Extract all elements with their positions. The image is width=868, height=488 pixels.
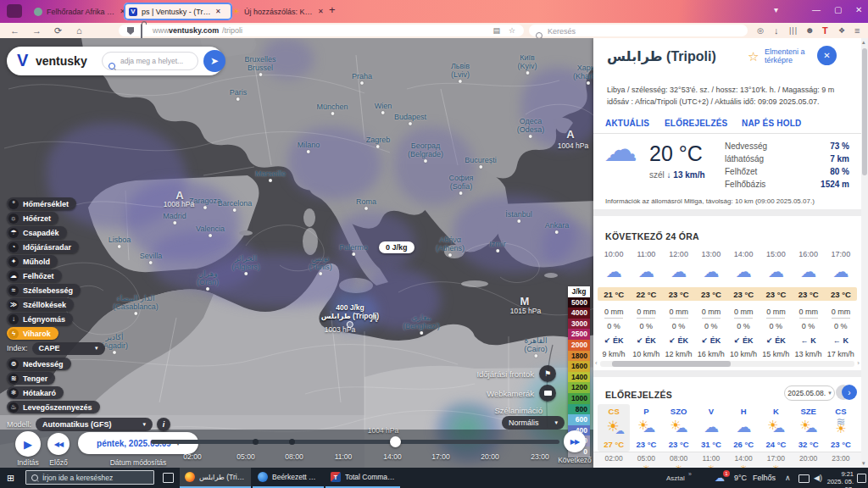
city-label[interactable]: Wien [375, 102, 392, 114]
city-label[interactable]: وهران (Oran) [197, 269, 219, 291]
tab-forum[interactable]: ☀ Új hozzászólás: Külföldi időjárá ✕ [227, 3, 331, 20]
browser-search-bar[interactable]: Keresés [529, 25, 748, 36]
tab-felhoradar[interactable]: Felhőradar Afrika - Élő műholdi ✕ [29, 3, 131, 20]
city-label[interactable]: Milano [298, 141, 320, 153]
play-button[interactable]: ▶ [15, 431, 41, 457]
day-label[interactable]: SZE [793, 407, 825, 416]
sidebar-item-idojarasradar[interactable]: ◔Időjárásradar [7, 241, 79, 253]
sidebar-item-hotakaro[interactable]: ❄Hótakaró [7, 386, 64, 399]
city-label[interactable]: Львів (Lviv) [451, 62, 470, 83]
sidebar-item-szelsebesseg[interactable]: ≈Szélsebesség [7, 284, 81, 297]
day-label[interactable]: V [695, 407, 727, 416]
city-label[interactable]: Roma [356, 197, 376, 210]
reader-view-icon[interactable]: ▤ [492, 26, 500, 35]
city-label[interactable]: الدار البيضاء (Casablanca) [113, 294, 159, 315]
hscrollbar-thumb[interactable] [612, 361, 731, 367]
sidebar-item-csapadek[interactable]: ☂Csapadék [7, 226, 67, 239]
sidebar-item-nedvesseg[interactable]: ⊚Nedvesség [7, 358, 71, 370]
maximize-button[interactable]: ▢ [834, 5, 842, 14]
city-label[interactable]: München [316, 103, 348, 115]
forecast-date-select[interactable]: 2025.05.08. ▾ [784, 385, 835, 401]
close-window-button[interactable]: ✕ [855, 5, 862, 14]
tab-aktualis[interactable]: AKTUÁLIS [605, 119, 649, 128]
sidebar-item-legnyomas[interactable]: ↓Légnyomás [7, 313, 73, 325]
tray-chevron-icon[interactable]: ∧ [785, 474, 791, 482]
tab-close-icon[interactable]: ✕ [318, 8, 324, 15]
sidebar-item-hoerzet[interactable]: ☼Hőérzet [7, 212, 58, 225]
ventusky-logo-text[interactable]: ventusky [36, 54, 87, 68]
firefox-view-icon[interactable] [7, 4, 22, 18]
timeline-knob[interactable] [390, 436, 401, 447]
back-button[interactable]: ← [10, 25, 19, 36]
library-icon[interactable]: ||| [789, 25, 798, 36]
day-label[interactable]: H [727, 407, 760, 416]
bookmark-star-icon[interactable]: ☆ [509, 26, 515, 35]
next-day-button[interactable]: ▶▶ [564, 430, 586, 452]
save-to-map-link[interactable]: Elmenteni a térképre [765, 47, 814, 64]
home-button[interactable]: ⌂ [76, 25, 82, 36]
taskbar-app-total-commander[interactable]: T Total Commander (... [326, 468, 400, 488]
taskbar-app-firefox[interactable]: طرابلس (Tripoli) - ... [180, 468, 251, 488]
timeline-rail[interactable] [151, 440, 559, 444]
sidebar-item-viharok-active[interactable]: ϟViharok [7, 327, 58, 340]
timeline-hour[interactable]: 20:00 [481, 452, 498, 461]
timeline-hour[interactable]: 23:00 [531, 452, 548, 461]
list-tabs-button[interactable]: ▾ [774, 5, 778, 14]
account-icon[interactable]: ☻ [805, 25, 815, 36]
webcam-button[interactable] [539, 385, 556, 402]
geolocate-button[interactable]: ➤ [203, 50, 225, 72]
city-label[interactable]: Zagreb [366, 136, 391, 148]
tab-close-icon[interactable]: ✕ [215, 8, 221, 15]
city-label[interactable]: Palermo [339, 243, 368, 256]
index-select[interactable]: CAPE ▾ [32, 342, 105, 355]
sidebar-item-tenger[interactable]: ≋Tenger [7, 372, 55, 385]
tripoli-marker[interactable]: 400 J/kg طرابلس (Tripoli) [321, 303, 379, 328]
city-label[interactable]: Ankara [545, 221, 570, 234]
vscrollbar-thumb[interactable] [862, 48, 867, 175]
forecast-next-button[interactable]: › [842, 385, 857, 400]
timeline-hour[interactable]: 17:00 [431, 452, 449, 461]
scroll-up-icon[interactable]: ▴ [862, 39, 865, 46]
sidebar-item-muhold[interactable]: ✦Műhold [7, 255, 58, 268]
city-label[interactable]: Αθήνα (Athens) [436, 236, 465, 257]
previous-day-button[interactable]: ◀◀ [47, 433, 70, 455]
city-label[interactable]: تونس (Tunis) [309, 254, 332, 275]
wind-animation-select[interactable]: Normális ▾ [502, 416, 565, 430]
panel-close-button[interactable]: ✕ [817, 46, 837, 65]
city-label[interactable]: Marseille [255, 169, 286, 182]
speaker-icon[interactable]: ◀) [814, 474, 822, 482]
city-label[interactable]: Izmir [489, 240, 506, 252]
tab-nap-es-hold[interactable]: NAP ÉS HOLD [742, 119, 801, 128]
city-label[interactable]: Paris [230, 88, 248, 101]
sidebar-item-szellokesek[interactable]: ≫Széllökések [7, 298, 74, 311]
timeline-hour[interactable]: 14:00 [383, 452, 401, 461]
city-label[interactable]: София (Sofia) [449, 174, 474, 195]
city-label[interactable]: Bruxelles Brussel [244, 55, 275, 76]
city-label[interactable]: Lisboa [108, 236, 131, 248]
scroll-right-icon[interactable]: › [857, 359, 860, 367]
scroll-down-icon[interactable]: ▾ [862, 460, 865, 467]
fronts-toggle-button[interactable]: ⚑ [539, 365, 556, 382]
city-label[interactable]: Valencia [196, 225, 225, 237]
desktop-peek-label[interactable]: Asztal [666, 474, 685, 482]
place-search-input[interactable]: adja meg a helyet... [102, 52, 198, 70]
start-button[interactable]: ⊞ [7, 473, 14, 484]
taskbar-clock[interactable]: 9:21 2025. 05. 07. [826, 470, 854, 488]
timeline-hour[interactable]: 05:00 [236, 452, 254, 461]
hscrollbar-track[interactable]: ‹ › [600, 361, 854, 367]
city-label[interactable]: Madrid [163, 212, 186, 225]
reload-button[interactable]: ⟳ [54, 25, 62, 36]
forward-button[interactable]: → [32, 25, 42, 36]
new-tab-button[interactable]: + [329, 3, 336, 16]
menu-icon[interactable]: ≡ [854, 25, 860, 36]
city-label[interactable]: București [465, 156, 497, 169]
task-view-icon[interactable] [163, 473, 174, 483]
city-label[interactable]: Budapest [394, 113, 426, 125]
city-label[interactable]: Београд (Belgrade) [408, 141, 443, 163]
sidebar-item-homerseklet[interactable]: °Hőmérséklet [7, 197, 76, 210]
vscrollbar-track[interactable]: ▴ ▾ [861, 38, 868, 468]
city-label[interactable]: أكادير (Agadir) [101, 333, 128, 354]
pocket-icon[interactable]: ◎ [757, 25, 764, 36]
sidebar-item-levegoszennyezes[interactable]: ♨Levegőszennyezés [7, 401, 100, 413]
tab-elorejelzes[interactable]: ELŐREJELZÉS [665, 119, 727, 128]
